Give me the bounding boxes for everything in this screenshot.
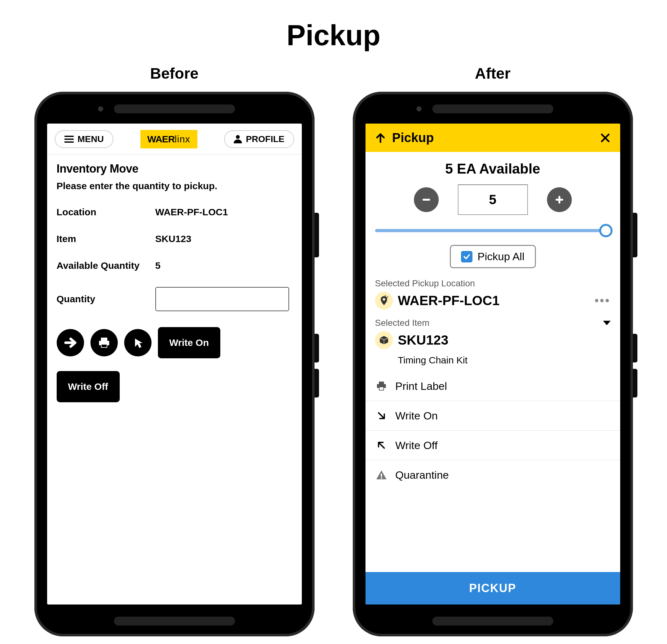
- location-value: WAER-PF-LOC1: [156, 207, 228, 218]
- phone-side-button: [633, 334, 637, 363]
- svg-rect-0: [101, 338, 107, 341]
- printer-icon: [375, 380, 388, 392]
- decrement-button[interactable]: [414, 187, 439, 212]
- selected-location-label: Selected Pickup Location: [365, 276, 620, 290]
- quantity-row: Quantity: [57, 287, 292, 311]
- slider-track: [375, 229, 611, 232]
- after-label: After: [475, 65, 510, 82]
- increment-button[interactable]: [547, 187, 572, 212]
- write-off-action[interactable]: Write Off: [365, 430, 620, 460]
- pickup-all-toggle[interactable]: Pickup All: [450, 245, 536, 268]
- after-screen: Pickup 5 EA Available 5: [365, 124, 620, 605]
- write-on-text: Write On: [395, 409, 438, 422]
- print-icon-button[interactable]: [91, 329, 118, 356]
- warning-icon: [375, 468, 388, 481]
- before-actions: Write On Write Off: [57, 327, 292, 402]
- before-body: Inventory Move Please enter the quantity…: [47, 155, 302, 410]
- phone-side-button: [314, 369, 319, 398]
- pickup-button[interactable]: PICKUP: [365, 572, 620, 605]
- available-label: Available Quantity: [57, 260, 156, 271]
- item-value: SKU123: [398, 333, 611, 348]
- quantity-input[interactable]: [156, 287, 289, 311]
- quantity-label: Quantity: [57, 294, 156, 305]
- after-column: After Pickup 5 EA Available: [353, 65, 633, 637]
- write-off-button[interactable]: Write Off: [57, 371, 120, 402]
- brand-linx: linx: [175, 134, 190, 145]
- print-label-action[interactable]: Print Label: [365, 371, 620, 401]
- printer-icon: [97, 336, 111, 350]
- location-label: Location: [57, 207, 156, 218]
- selected-item-label: Selected Item: [375, 318, 603, 328]
- write-on-button[interactable]: Write On: [158, 327, 220, 358]
- phone-frame-after: Pickup 5 EA Available 5: [353, 92, 633, 637]
- person-icon: [234, 135, 242, 143]
- phone-speaker: [432, 617, 553, 626]
- available-row: Available Quantity 5: [57, 260, 292, 271]
- action-list: Print Label Write On Write Off: [365, 371, 620, 489]
- instruction-text: Please enter the quantity to pickup.: [57, 181, 292, 191]
- svg-rect-11: [379, 387, 383, 390]
- location-row: Location WAER-PF-LOC1: [57, 207, 292, 218]
- item-value: SKU123: [156, 234, 191, 244]
- arrow-up-left-icon: [375, 439, 388, 452]
- item-description: Timing Chain Kit: [365, 355, 620, 371]
- screen-title: Inventory Move: [57, 162, 292, 176]
- menu-button[interactable]: MENU: [55, 130, 113, 148]
- selected-item-row[interactable]: SKU123: [365, 330, 620, 355]
- phone-side-button: [633, 213, 637, 257]
- phone-camera: [98, 107, 103, 111]
- svg-rect-13: [381, 478, 382, 479]
- checkbox-checked-icon: [461, 251, 472, 262]
- item-label: Item: [57, 234, 156, 244]
- page-title: Pickup: [0, 19, 667, 52]
- phone-side-button: [633, 369, 637, 398]
- profile-button[interactable]: PROFILE: [224, 130, 294, 148]
- write-on-action[interactable]: Write On: [365, 401, 620, 430]
- brand-logo: WAERlinx: [141, 130, 197, 148]
- minus-icon: [420, 193, 433, 206]
- svg-point-7: [383, 298, 385, 301]
- available-text: 5 EA Available: [365, 161, 620, 177]
- phone-speaker: [114, 617, 235, 626]
- quantity-value-input[interactable]: 5: [458, 184, 528, 215]
- menu-label: MENU: [78, 134, 104, 144]
- available-value: 5: [156, 260, 161, 271]
- phone-side-button: [314, 334, 319, 363]
- arrow-down-right-icon: [375, 409, 388, 422]
- selected-location-row[interactable]: WAER-PF-LOC1 •••: [365, 290, 620, 315]
- phone-frame-before: MENU WAERlinx PROFILE Inventory Move Ple…: [34, 92, 314, 637]
- hamburger-icon: [64, 136, 74, 143]
- quarantine-text: Quarantine: [395, 469, 449, 481]
- write-off-text: Write Off: [395, 439, 438, 452]
- before-column: Before MENU WAERlinx PROF: [34, 65, 314, 637]
- location-value: WAER-PF-LOC1: [398, 293, 595, 308]
- quantity-stepper: 5: [365, 184, 620, 215]
- slider-thumb[interactable]: [599, 224, 613, 237]
- profile-label: PROFILE: [246, 134, 284, 144]
- plus-icon: [553, 193, 566, 206]
- quarantine-action[interactable]: Quarantine: [365, 460, 620, 489]
- svg-rect-3: [101, 344, 107, 347]
- cursor-icon-button[interactable]: [124, 329, 151, 356]
- back-icon[interactable]: [374, 132, 387, 144]
- more-icon[interactable]: •••: [595, 294, 611, 307]
- after-header: Pickup: [365, 124, 620, 152]
- phone-side-button: [314, 213, 319, 257]
- svg-rect-4: [422, 199, 430, 200]
- item-row: Item SKU123: [57, 234, 292, 244]
- svg-rect-6: [558, 196, 560, 204]
- comparison-columns: Before MENU WAERlinx PROF: [0, 65, 667, 637]
- selected-item-label-row: Selected Item: [365, 315, 620, 330]
- pickup-all-label: Pickup All: [477, 250, 524, 263]
- chevron-down-icon[interactable]: [603, 321, 611, 325]
- forward-icon-button[interactable]: [57, 329, 84, 356]
- cursor-icon: [131, 335, 145, 350]
- before-label: Before: [150, 65, 198, 82]
- after-header-title: Pickup: [392, 131, 599, 145]
- quantity-slider[interactable]: [375, 222, 611, 238]
- close-icon[interactable]: [599, 132, 611, 144]
- before-header: MENU WAERlinx PROFILE: [47, 124, 302, 155]
- package-icon: [375, 331, 393, 349]
- svg-rect-8: [379, 382, 384, 384]
- phone-camera: [417, 107, 422, 111]
